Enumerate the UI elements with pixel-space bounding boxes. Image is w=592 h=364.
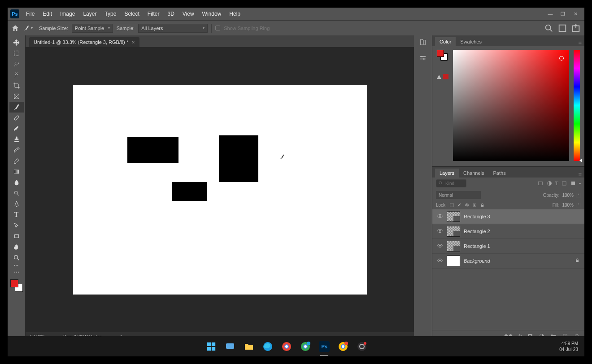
blend-mode-dropdown[interactable]: Normal [436, 191, 481, 199]
filter-shape-icon[interactable] [561, 180, 567, 186]
menu-type[interactable]: Type [100, 9, 120, 19]
task-explorer[interactable] [241, 339, 257, 354]
marquee-tool[interactable] [9, 48, 24, 59]
fill-value[interactable]: 100% [562, 203, 574, 208]
lock-all-icon[interactable] [480, 203, 485, 208]
color-swatch-pair[interactable] [437, 50, 448, 61]
zoom-tool[interactable] [9, 252, 24, 263]
history-panel-icon[interactable] [419, 38, 427, 46]
hue-slider[interactable] [574, 50, 580, 161]
stamp-tool[interactable] [9, 134, 24, 145]
edit-toolbar[interactable]: ⋯ [9, 267, 24, 277]
task-copilot[interactable] [222, 339, 238, 354]
fill-dropdown-icon[interactable]: ˅ [576, 203, 581, 208]
crop-tool[interactable] [9, 80, 24, 91]
color-swatches[interactable] [10, 279, 23, 292]
menu-help[interactable]: Help [225, 9, 244, 19]
close-window-button[interactable]: ✕ [569, 11, 582, 17]
filter-toggle[interactable]: • [579, 181, 581, 186]
properties-panel-icon[interactable] [419, 54, 427, 62]
layer-row[interactable]: Background [432, 254, 584, 269]
filter-adjust-icon[interactable] [546, 180, 553, 186]
brush-tool[interactable] [9, 123, 24, 134]
menu-select[interactable]: Select [120, 9, 143, 19]
filter-type-icon[interactable]: T [555, 180, 558, 187]
share-icon[interactable] [571, 23, 581, 33]
dodge-tool[interactable] [9, 188, 24, 199]
restore-button[interactable]: ❐ [557, 11, 569, 17]
show-ring-checkbox[interactable] [215, 26, 220, 30]
gamut-warning[interactable] [437, 74, 448, 79]
hand-tool[interactable] [9, 242, 24, 252]
sample-dropdown[interactable]: All Layers▾ [138, 24, 208, 33]
start-button[interactable] [204, 339, 219, 354]
task-obs[interactable] [354, 339, 370, 354]
eyedropper-tool[interactable] [9, 102, 24, 113]
document-tab[interactable]: Untitled-1 @ 33.3% (Rectangle 3, RGB/8) … [29, 37, 139, 47]
panel-menu-icon[interactable]: ≡ [578, 39, 582, 46]
task-chrome[interactable] [279, 339, 294, 354]
lock-paint-icon[interactable] [457, 203, 462, 208]
menu-image[interactable]: Image [56, 9, 79, 19]
visibility-toggle[interactable] [437, 257, 443, 264]
svg-line-13 [17, 194, 19, 195]
menu-window[interactable]: Window [198, 9, 226, 19]
layer-row[interactable]: Rectangle 1 [432, 239, 584, 254]
opacity-value[interactable]: 100% [562, 193, 574, 198]
task-chrome-3[interactable] [335, 339, 351, 354]
current-tool-icon[interactable]: ▾ [23, 24, 35, 33]
lasso-tool[interactable] [9, 59, 24, 69]
canvas[interactable] [73, 85, 367, 295]
menu-3d[interactable]: 3D [163, 9, 178, 19]
filter-pixel-icon[interactable] [537, 180, 544, 186]
type-tool[interactable]: T [9, 209, 24, 220]
layer-row[interactable]: Rectangle 3 [432, 209, 584, 224]
frame-tool[interactable] [9, 91, 24, 102]
menu-layer[interactable]: Layer [79, 9, 100, 19]
toolbar-more[interactable]: ••• [14, 263, 18, 267]
layer-row[interactable]: Rectangle 2 [432, 224, 584, 239]
filter-smart-icon[interactable] [570, 180, 576, 186]
task-chrome-2[interactable] [298, 339, 313, 354]
system-clock[interactable]: 4:59 PM 04-Jul-23 [559, 341, 578, 352]
menu-view[interactable]: View [178, 9, 198, 19]
menu-file[interactable]: File [22, 9, 39, 19]
lock-move-icon[interactable] [465, 203, 470, 208]
tab-layers[interactable]: Layers [435, 169, 459, 178]
tab-swatches[interactable]: Swatches [456, 37, 486, 46]
wand-tool[interactable] [9, 69, 24, 80]
layer-search[interactable]: Kind [436, 179, 466, 187]
visibility-toggle[interactable] [437, 213, 443, 220]
home-icon[interactable] [11, 24, 19, 32]
search-icon[interactable] [544, 23, 554, 33]
minimize-button[interactable]: — [544, 11, 557, 17]
lock-transparent-icon[interactable] [449, 203, 454, 208]
task-edge[interactable] [260, 339, 275, 354]
frame-icon[interactable] [557, 23, 567, 33]
panel-menu-icon[interactable]: ≡ [578, 171, 582, 178]
tab-channels[interactable]: Channels [459, 169, 488, 178]
menu-edit[interactable]: Edit [39, 9, 56, 19]
healing-tool[interactable] [9, 113, 24, 123]
close-tab-icon[interactable]: × [132, 39, 135, 45]
path-select-tool[interactable] [9, 220, 24, 231]
opacity-dropdown-icon[interactable]: ˅ [576, 193, 581, 198]
gradient-tool[interactable] [9, 166, 24, 177]
task-photoshop[interactable]: Ps [317, 339, 332, 354]
sample-size-dropdown[interactable]: Point Sample▾ [72, 24, 113, 33]
move-tool[interactable] [9, 37, 24, 48]
rectangle-tool[interactable] [9, 231, 24, 242]
color-field[interactable] [453, 50, 569, 161]
menu-filter[interactable]: Filter [144, 9, 164, 19]
canvas-area[interactable] [26, 47, 414, 332]
pen-tool[interactable] [9, 199, 24, 209]
blur-tool[interactable] [9, 177, 24, 188]
lock-artboard-icon[interactable] [472, 203, 477, 208]
history-brush-tool[interactable] [9, 145, 24, 156]
visibility-toggle[interactable] [437, 243, 443, 250]
visibility-toggle[interactable] [437, 228, 443, 235]
tab-color[interactable]: Color [435, 37, 456, 46]
windows-taskbar: Ps 4:59 PM 04-Jul-23 [8, 336, 584, 356]
eraser-tool[interactable] [9, 156, 24, 166]
tab-paths[interactable]: Paths [489, 169, 510, 178]
